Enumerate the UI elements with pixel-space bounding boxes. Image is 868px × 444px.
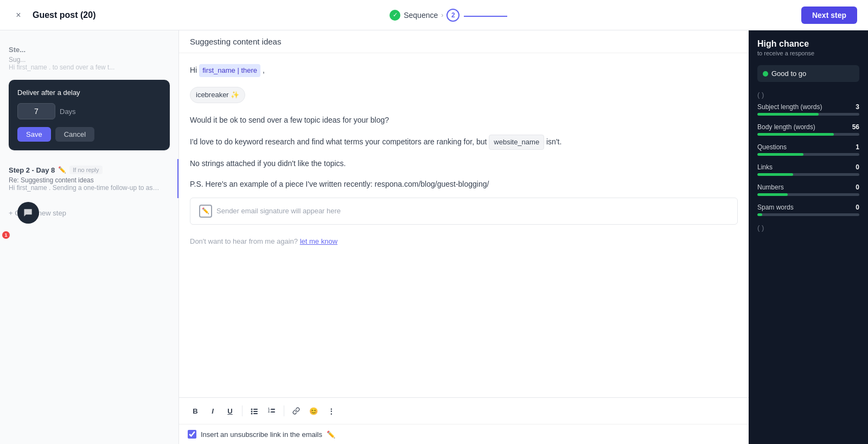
step-1-sub: Sug...	[9, 56, 170, 64]
bold-icon: B	[193, 407, 197, 415]
underline-button[interactable]: U	[222, 403, 238, 418]
italic-icon: I	[212, 407, 214, 415]
good-to-go-label: Good to go	[771, 69, 806, 78]
step-2-item[interactable]: Step 2 - Day 8 ✏️ If no reply Re: Sugges…	[0, 159, 178, 198]
metric-label-2: Questions	[757, 143, 787, 151]
header: × Guest post (20) ✓ Sequence › 2 Next st…	[0, 0, 868, 30]
metric-label-4: Numbers	[757, 183, 784, 191]
bold-button[interactable]: B	[188, 403, 203, 418]
left-sidebar: Ste... Sug... Hi first_name . to send ov…	[0, 30, 179, 444]
progress-bar-fill-0	[757, 113, 819, 116]
progress-bar-fill-2	[757, 153, 803, 156]
right-panel: High chance to receive a response Good t…	[749, 30, 868, 444]
ordered-list-button[interactable]: 1.2.	[264, 403, 279, 418]
sequence-indicator: ✓ Sequence › 2	[390, 9, 459, 22]
if-no-reply-badge: If no reply	[69, 166, 102, 174]
progress-bar-bg-5	[757, 213, 859, 216]
delay-unit-label: Days	[60, 107, 76, 116]
progress-bar-fill-4	[757, 193, 788, 196]
step-2-preview: Hi first_name . Sending a one-time follo…	[9, 184, 161, 192]
email-line-4: P.S. Here's an example of a piece I've w…	[190, 178, 738, 191]
notification-badge: 1	[2, 231, 10, 239]
emoji-button[interactable]: 😊	[306, 403, 321, 418]
toolbar-divider-2	[284, 405, 284, 416]
svg-text:2.: 2.	[268, 410, 271, 413]
link-button[interactable]	[289, 403, 304, 418]
email-line-1: Would it be ok to send over a few topic …	[190, 114, 738, 127]
chat-button[interactable]	[17, 202, 39, 224]
delay-row: Days	[17, 103, 161, 119]
chat-icon	[23, 207, 34, 218]
progress-bar-fill-1	[757, 133, 834, 136]
panel-title: High chance	[757, 39, 859, 49]
metric-row-3: Links 0	[757, 163, 859, 176]
delay-popup: Deliver after a delay Days Save Cancel	[9, 80, 170, 150]
center-content: Suggesting content ideas Hi first_name |…	[179, 30, 749, 444]
italic-button[interactable]: I	[205, 403, 220, 418]
sequence-step-num: 2	[446, 9, 459, 22]
link-icon	[292, 407, 300, 415]
step-2-header: Step 2 - Day 8 ✏️ If no reply	[9, 166, 170, 174]
sequence-label: Sequence	[404, 11, 438, 20]
metric-label-5: Spam words	[757, 204, 794, 211]
firstname-var: first_name | there	[199, 64, 260, 77]
email-greeting: Hi first_name | there ,	[190, 64, 738, 77]
unordered-list-button[interactable]	[247, 403, 262, 418]
step-1-preview: Hi first_name . to send over a few t...	[9, 64, 161, 71]
delay-days-input[interactable]	[17, 103, 55, 119]
metric-label-1: Body length (words)	[757, 123, 815, 131]
unsubscribe-link[interactable]: let me know	[300, 237, 337, 245]
panel-subtitle: to receive a response	[757, 50, 859, 56]
ol-icon: 1.2.	[268, 407, 276, 415]
unsubscribe-checkbox-label: Insert an unsubscribe link in the emails	[201, 430, 322, 439]
page-title: Guest post (20)	[33, 10, 95, 20]
progress-bar-bg-1	[757, 133, 859, 136]
toolbar-divider-1	[242, 405, 242, 416]
icebreaker-tag[interactable]: icebreaker ✨	[190, 87, 245, 103]
svg-point-4	[251, 413, 253, 415]
metric-value-4: 0	[856, 183, 859, 191]
svg-point-2	[251, 411, 253, 413]
progress-bar-fill-5	[757, 213, 762, 216]
email-body[interactable]: Hi first_name | there , icebreaker ✨ Wou…	[179, 53, 749, 397]
svg-rect-7	[271, 409, 275, 410]
edit-unsubscribe-icon[interactable]: ✏️	[327, 430, 335, 439]
step-2-label: Step 2 - Day 8	[9, 166, 55, 174]
svg-rect-3	[253, 411, 258, 412]
icebreaker-row: icebreaker ✨	[190, 84, 738, 106]
email-line-2: I'd love to do keyword research and find…	[190, 135, 738, 150]
header-left: × Guest post (20)	[11, 8, 95, 23]
svg-point-0	[251, 409, 253, 410]
email-subject: Suggesting content ideas	[179, 30, 749, 53]
email-line-3: No strings attached if you didn't like t…	[190, 157, 738, 170]
delay-save-button[interactable]: Save	[17, 127, 51, 142]
metric-row-1: Body length (words) 56	[757, 123, 859, 136]
website-var: website_name	[489, 135, 544, 150]
metric-row-2: Questions 1	[757, 143, 859, 156]
progress-bar-bg-4	[757, 193, 859, 196]
progress-bar-bg-3	[757, 173, 859, 176]
unsubscribe-text: Don't want to hear from me again? let me…	[190, 236, 738, 248]
header-center: ✓ Sequence › 2	[390, 9, 507, 22]
delay-cancel-button[interactable]: Cancel	[55, 127, 94, 142]
delay-buttons: Save Cancel	[17, 127, 161, 142]
metric-value-5: 0	[856, 204, 859, 211]
unsubscribe-checkbox[interactable]	[188, 430, 196, 439]
main-layout: Ste... Sug... Hi first_name . to send ov…	[0, 30, 868, 444]
metric-row-4: Numbers 0	[757, 183, 859, 196]
edit-icon[interactable]: ✏️	[58, 166, 66, 174]
metric-label-0: Subject length (words)	[757, 103, 822, 111]
metric-row-0: Subject length (words) 3	[757, 103, 859, 116]
signature-block: ✏️ Sender email signature will appear he…	[190, 198, 738, 225]
next-step-button[interactable]: Next step	[801, 7, 857, 24]
signature-text: Sender email signature will appear here	[216, 205, 341, 217]
step-active-bar	[177, 159, 179, 198]
metric-value-0: 3	[856, 103, 859, 111]
step-1-item[interactable]: Ste... Sug... Hi first_name . to send ov…	[0, 39, 178, 71]
progress-bar-bg-2	[757, 153, 859, 156]
more-button[interactable]: ⋮	[323, 403, 339, 418]
sequence-underline	[464, 16, 507, 17]
green-dot-icon	[763, 71, 768, 77]
sequence-arrow-icon: ›	[441, 11, 443, 19]
close-button[interactable]: ×	[11, 8, 26, 23]
